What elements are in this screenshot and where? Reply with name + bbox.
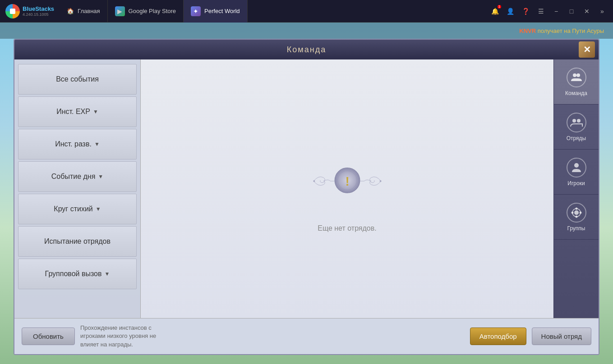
close-window-button[interactable]: ✕ [580,4,594,18]
svg-point-17 [571,211,573,214]
igroki-icon [567,158,586,177]
right-menu-otryady-label: Отряды [567,135,586,141]
main-content: KNVR получает на Пути Асуры Команда ✕ Вс… [0,23,613,364]
bluestacks-version: 4.240.15.1005 [23,12,54,17]
svg-point-18 [579,211,581,214]
otryady-icon [567,113,586,132]
logo-icon [5,4,20,18]
right-menu-item-gruppy[interactable]: Группы [554,195,599,240]
bluestacks-name: BlueStacks [23,5,54,12]
right-menu-item-otryady[interactable]: Отряды [554,105,599,150]
menu-item-krug-label: Круг стихий [54,205,92,213]
titlebar-actions: 🔔 1 👤 ❓ ☰ − □ ✕ » [484,4,613,18]
tab-home[interactable]: 🏠 Главная [60,0,107,23]
svg-point-8 [573,73,576,77]
bluestacks-logo: BlueStacks 4.240.15.1005 [0,4,60,18]
empty-state: ! Еще нет отрядов. [311,145,383,232]
home-icon: 🏠 [67,8,74,14]
menu-item-krug[interactable]: Круг стихий ▼ [18,194,137,224]
notif-text: KNVR получает на Пути Асуры [519,27,604,34]
center-content: ! Еще нет отрядов. [141,59,553,318]
komanda-icon [567,68,586,87]
menu-item-event-day-label: Событие дня [51,173,96,181]
menu-item-ispytanie[interactable]: Испытание отрядов [18,226,137,257]
right-menu-komanda-label: Команда [565,90,587,96]
dropdown-arrow-inst-razv: ▼ [94,141,100,147]
dropdown-arrow-gruppa: ▼ [104,271,110,277]
dropdown-arrow-event-day: ▼ [98,173,103,180]
menu-item-event-day[interactable]: Событие дня ▼ [18,161,137,192]
menu-item-gruppa[interactable]: Групповой вызов ▼ [18,259,137,289]
svg-point-11 [577,119,581,123]
menu-item-gruppa-label: Групповой вызов [45,270,102,278]
svg-point-15 [575,207,577,209]
dropdown-arrow-inst-exp: ▼ [93,109,98,115]
perfect-world-icon: ✦ [191,6,201,16]
svg-point-1 [380,180,381,182]
menu-item-ispytanie-label: Испытание отрядов [44,237,111,246]
panel-body: Все события Инст. EXP ▼ Инст. разв. ▼ Со… [14,59,599,318]
menu-item-inst-razv-label: Инст. разв. [55,140,92,148]
empty-text: Еще нет отрядов. [318,224,376,232]
new-squad-button[interactable]: Новый отряд [532,328,591,345]
refresh-button[interactable]: Обновить [22,328,75,345]
svg-point-12 [574,163,579,168]
notif-message: получает на Пути Асуры [538,27,604,34]
svg-point-13 [574,210,579,215]
panel-title: Команда [287,45,326,55]
right-menu-item-komanda[interactable]: Команда [554,59,599,105]
hint-text: Прохождение инстансов с игроками низкого… [80,324,171,349]
right-menu-igroki-label: Игроки [567,180,585,187]
minimize-button[interactable]: − [549,4,563,18]
titlebar: BlueStacks 4.240.15.1005 🏠 Главная ▶ Goo… [0,0,613,23]
tab-perfect-world-label: Perfect World [204,8,240,14]
menu-button[interactable]: ☰ [534,4,548,18]
game-panel: Команда ✕ Все события Инст. EXP ▼ Инст. … [14,39,599,355]
svg-point-10 [572,119,576,123]
svg-point-16 [575,215,577,218]
menu-item-inst-exp[interactable]: Инст. EXP ▼ [18,96,137,127]
bluestacks-text: BlueStacks 4.240.15.1005 [23,5,54,17]
panel-close-button[interactable]: ✕ [579,41,595,58]
svg-point-9 [576,73,580,77]
google-play-icon: ▶ [115,6,125,16]
auto-matchmaking-button[interactable]: Автоподбор [470,328,526,345]
gruppy-icon [567,203,586,223]
menu-item-inst-exp-label: Инст. EXP [56,108,90,116]
bottom-bar: Обновить Прохождение инстансов с игрокам… [14,318,599,354]
left-sidebar: Все события Инст. EXP ▼ Инст. разв. ▼ Со… [14,59,141,318]
tab-home-label: Главная [78,8,100,14]
dropdown-arrow-krug: ▼ [96,206,101,212]
more-button[interactable]: » [595,4,609,18]
svg-text:!: ! [345,174,349,188]
menu-item-all-events[interactable]: Все события [18,64,137,95]
menu-item-inst-razv[interactable]: Инст. разв. ▼ [18,129,137,159]
notification-bar: KNVR получает на Пути Асуры [0,23,613,39]
tab-google-play-label: Google Play Store [129,8,176,14]
right-menu-item-igroki[interactable]: Игроки [554,150,599,195]
ornament-svg: ! [311,152,383,210]
account-button[interactable]: 👤 [503,4,517,18]
notif-username: KNVR [519,27,536,34]
right-sidebar: Команда Отряды [553,59,599,318]
right-menu-gruppy-label: Группы [567,225,585,232]
menu-item-all-events-label: Все события [56,75,99,83]
notification-badge: 1 [498,5,501,9]
notification-button[interactable]: 🔔 1 [488,4,502,18]
maximize-button[interactable]: □ [564,4,579,18]
svg-point-0 [313,180,314,182]
tab-perfect-world[interactable]: ✦ Perfect World [184,0,248,23]
tab-google-play[interactable]: ▶ Google Play Store [108,0,184,23]
help-button[interactable]: ❓ [518,4,533,18]
empty-icon-container: ! [311,145,383,217]
panel-header: Команда ✕ [14,40,599,59]
